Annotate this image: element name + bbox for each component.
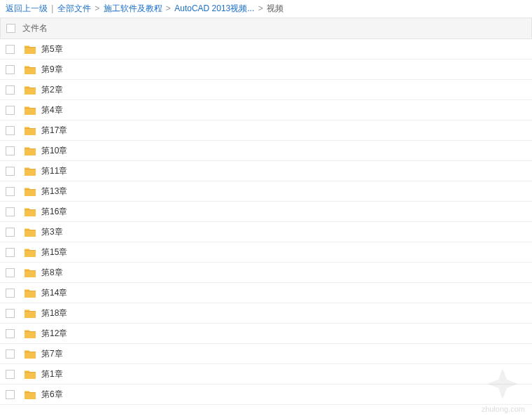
- file-checkbox[interactable]: [6, 45, 15, 54]
- file-checkbox[interactable]: [6, 349, 15, 359]
- file-name[interactable]: 第7章: [41, 348, 63, 360]
- folder-icon: [24, 369, 36, 379]
- file-row: 第10章: [0, 141, 532, 161]
- file-checkbox[interactable]: [6, 228, 15, 237]
- breadcrumb-item-0[interactable]: 全部文件: [57, 4, 91, 13]
- file-row: 第4章: [0, 100, 532, 120]
- file-name[interactable]: 第9章: [41, 64, 63, 76]
- svg-rect-8: [24, 209, 36, 210]
- folder-icon: [24, 308, 36, 318]
- file-checkbox[interactable]: [6, 126, 15, 135]
- file-name[interactable]: 第6章: [41, 389, 63, 401]
- breadcrumb-sep: >: [166, 4, 171, 13]
- folder-icon: [24, 146, 36, 155]
- file-checkbox[interactable]: [6, 390, 15, 399]
- select-all-checkbox[interactable]: [6, 24, 15, 33]
- svg-rect-13: [24, 311, 36, 312]
- file-name[interactable]: 第11章: [41, 165, 67, 177]
- file-name[interactable]: 第4章: [41, 104, 63, 116]
- file-row: 第5章: [0, 39, 532, 60]
- file-row: 第16章: [0, 202, 532, 222]
- breadcrumb-back[interactable]: 返回上一级: [6, 4, 48, 13]
- file-checkbox[interactable]: [6, 65, 15, 74]
- file-row: 第6章: [0, 384, 532, 405]
- file-name[interactable]: 第14章: [41, 287, 67, 299]
- folder-icon: [24, 288, 36, 298]
- file-row: 第2章: [0, 80, 532, 100]
- folder-icon: [24, 328, 36, 338]
- folder-icon: [24, 247, 36, 257]
- svg-rect-12: [24, 291, 36, 291]
- file-checkbox[interactable]: [6, 167, 15, 176]
- column-header-filename[interactable]: 文件名: [22, 22, 48, 34]
- file-checkbox[interactable]: [6, 106, 15, 115]
- file-name[interactable]: 第17章: [41, 125, 67, 137]
- folder-icon: [24, 125, 36, 135]
- file-name[interactable]: 第2章: [41, 84, 63, 96]
- file-row: 第3章: [0, 222, 532, 242]
- file-row: 第1章: [0, 364, 532, 384]
- file-checkbox[interactable]: [6, 207, 15, 216]
- svg-rect-14: [24, 331, 36, 332]
- file-checkbox[interactable]: [6, 309, 15, 318]
- file-row: 第9章: [0, 60, 532, 80]
- svg-rect-9: [24, 230, 36, 230]
- file-name[interactable]: 第13章: [41, 186, 67, 197]
- svg-rect-3: [24, 108, 36, 109]
- file-list: 第5章第9章第2章第4章第17章第10章第11章第13章第16章第3章第15章第…: [0, 39, 532, 405]
- breadcrumb-divider: |: [51, 4, 53, 13]
- svg-rect-4: [24, 128, 36, 129]
- file-checkbox[interactable]: [6, 370, 15, 379]
- svg-rect-7: [24, 189, 36, 190]
- file-name[interactable]: 第12章: [41, 328, 67, 340]
- file-checkbox[interactable]: [6, 187, 15, 196]
- folder-icon: [24, 85, 36, 95]
- folder-icon: [24, 268, 36, 277]
- file-name[interactable]: 第15章: [41, 247, 67, 258]
- folder-icon: [24, 227, 36, 237]
- breadcrumb-item-1[interactable]: 施工软件及教程: [104, 4, 162, 13]
- file-checkbox[interactable]: [6, 248, 15, 257]
- file-row: 第8章: [0, 263, 532, 283]
- svg-rect-6: [24, 169, 36, 169]
- folder-icon: [24, 186, 36, 196]
- file-checkbox[interactable]: [6, 329, 15, 338]
- svg-rect-10: [24, 250, 36, 251]
- file-name[interactable]: 第5章: [41, 43, 63, 55]
- file-name[interactable]: 第1章: [41, 368, 63, 380]
- file-checkbox[interactable]: [6, 146, 15, 155]
- breadcrumb-sep: >: [258, 4, 263, 13]
- file-checkbox[interactable]: [6, 268, 15, 277]
- svg-rect-16: [24, 372, 36, 373]
- folder-icon: [24, 44, 36, 54]
- svg-rect-15: [24, 352, 36, 352]
- file-row: 第15章: [0, 242, 532, 263]
- folder-icon: [24, 105, 36, 115]
- svg-rect-1: [24, 67, 36, 68]
- file-checkbox[interactable]: [6, 85, 15, 95]
- file-name[interactable]: 第16章: [41, 206, 67, 218]
- folder-icon: [24, 64, 36, 74]
- svg-rect-17: [24, 392, 36, 393]
- file-row: 第14章: [0, 283, 532, 303]
- file-name[interactable]: 第18章: [41, 307, 67, 319]
- breadcrumb-item-2[interactable]: AutoCAD 2013视频...: [174, 4, 254, 13]
- file-row: 第13章: [0, 181, 532, 202]
- breadcrumb-current: 视频: [267, 4, 284, 13]
- file-checkbox[interactable]: [6, 289, 15, 298]
- breadcrumb-sep: >: [94, 4, 99, 13]
- file-name[interactable]: 第3章: [41, 226, 63, 238]
- svg-rect-5: [24, 148, 36, 149]
- file-name[interactable]: 第10章: [41, 145, 67, 157]
- svg-rect-2: [24, 88, 36, 88]
- svg-rect-11: [24, 270, 36, 271]
- file-row: 第12章: [0, 324, 532, 344]
- list-header: 文件名: [0, 18, 532, 39]
- file-row: 第7章: [0, 344, 532, 364]
- folder-icon: [24, 207, 36, 216]
- folder-icon: [24, 389, 36, 399]
- folder-icon: [24, 349, 36, 359]
- file-name[interactable]: 第8章: [41, 267, 63, 279]
- breadcrumb: 返回上一级 | 全部文件 > 施工软件及教程 > AutoCAD 2013视频.…: [0, 0, 532, 18]
- svg-rect-0: [24, 47, 36, 48]
